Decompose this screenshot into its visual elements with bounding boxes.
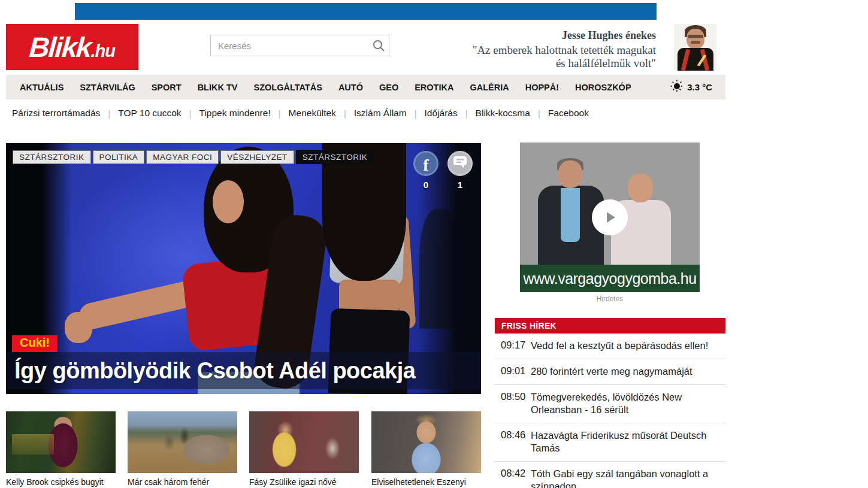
ad-url[interactable]: www.vargagyogygomba.hu [523, 270, 696, 287]
search-input[interactable] [211, 35, 368, 56]
article-title[interactable]: Fásy Zsülike igazi nővé változott [249, 477, 359, 488]
separator: | [465, 108, 468, 119]
hero-tags: SZTÁRSZTORIK POLITIKA MAGYAR FOCI VÉSZHE… [13, 150, 374, 164]
subnav-item-facebook[interactable]: Facebook [548, 108, 589, 119]
subnav-item-parizsi[interactable]: Párizsi terrortámadás [12, 108, 100, 119]
video-ad[interactable]: www.vargagyogygomba.hu [520, 143, 700, 292]
nav-item-horoszkop[interactable]: HOROSZKÓP [575, 83, 631, 92]
logo-suffix: .hu [90, 41, 115, 61]
article-thumbnail [371, 411, 481, 473]
weather-temp: 3.3 °C [687, 82, 712, 92]
sub-nav: Párizsi terrortámadás| TOP 10 cuccok| Ti… [12, 106, 671, 120]
news-item[interactable]: 09:17 Vedd fel a kesztyűt a bepárásodás … [495, 334, 725, 359]
subnav-item-idojaras[interactable]: Időjárás [425, 108, 458, 119]
hero-tag-sztarsztorik[interactable]: SZTÁRSZTORIK [13, 150, 91, 164]
play-button[interactable] [592, 199, 628, 235]
nav-item-geo[interactable]: GEO [379, 83, 398, 92]
separator: | [189, 108, 192, 119]
hero-tag-politika[interactable]: POLITIKA [93, 150, 145, 164]
news-time: 08:42 [501, 468, 531, 488]
nav-item-sport[interactable]: SPORT [152, 83, 182, 92]
play-icon [602, 210, 618, 225]
news-text[interactable]: Vedd fel a kesztyűt a bepárásodás ellen! [531, 340, 725, 352]
separator: | [344, 108, 346, 119]
subnav-item-menekultek[interactable]: Menekültek [289, 108, 336, 119]
news-text[interactable]: Hazavágta Friderikusz műsorát Deutsch Ta… [531, 429, 725, 454]
nav-item-galeria[interactable]: GALÉRIA [470, 83, 509, 92]
quote-line-2: és halálfélelmük volt" [383, 57, 656, 70]
ad-art [628, 174, 653, 202]
news-time: 08:50 [501, 391, 531, 416]
hero-tag-veszhelyzet[interactable]: VÉSZHELYZET [220, 150, 294, 164]
nav-item-sztarvilag[interactable]: SZTÁRVILÁG [80, 83, 135, 92]
page: Blikk.hu Jesse Hughes énekes "Az emberek… [0, 0, 868, 488]
hero-title-strip: Így gömbölyödik Csobot Adél pocakja [6, 352, 481, 389]
nav-item-szolgaltatas[interactable]: SZOLGÁLTATÁS [254, 83, 322, 92]
weather-widget[interactable]: 3.3 °C [670, 75, 712, 99]
hero-tag-sztarsztorik-active[interactable]: SZTÁRSZTORIK [296, 150, 374, 164]
article-card[interactable]: Elviselhetetlenek Eszenyi Enikő kirohaná… [371, 411, 481, 488]
top-ad-banner[interactable] [75, 3, 657, 20]
nav-item-hoppa[interactable]: HOPPÁ! [525, 83, 559, 92]
kicker-badge: Cuki! [12, 335, 58, 352]
article-title[interactable]: Már csak három fehér rinocérosz él a vil… [128, 477, 237, 488]
subnav-item-tippek[interactable]: Tippek mindenre! [199, 108, 271, 119]
article-card[interactable]: Fásy Zsülike igazi nővé változott [249, 411, 359, 488]
facebook-share-button[interactable]: f [413, 151, 438, 176]
blikk-logo[interactable]: Blikk.hu [6, 24, 138, 70]
hero-tag-magyar-foci[interactable]: MAGYAR FOCI [146, 150, 219, 164]
sun-icon [670, 80, 683, 95]
subnav-item-blikk-kocsma[interactable]: Blikk-kocsma [476, 108, 530, 119]
comment-icon [452, 155, 468, 172]
nav-item-auto[interactable]: AUTÓ [338, 83, 363, 92]
facebook-icon: f [423, 156, 428, 175]
news-item[interactable]: 08:50 Tömegverekedés, lövöldözés New Orl… [495, 385, 725, 423]
news-time: 09:17 [501, 340, 531, 352]
nav-item-aktualis[interactable]: AKTUÁLIS [20, 83, 63, 92]
news-time: 08:46 [501, 429, 531, 454]
comment-count: 1 [447, 180, 473, 190]
comments-button[interactable] [447, 151, 473, 176]
article-thumbnail [128, 411, 237, 473]
logo-text: Blikk [28, 31, 92, 63]
news-time: 09:01 [501, 365, 531, 378]
news-item[interactable]: 08:46 Hazavágta Friderikusz műsorát Deut… [495, 423, 725, 462]
quote-line-1: "Az emberek halottnak tetették magukat [383, 44, 656, 57]
separator: | [538, 108, 540, 119]
subnav-item-top10[interactable]: TOP 10 cuccok [118, 108, 181, 119]
facebook-share: f 0 [413, 151, 438, 190]
separator: | [108, 108, 110, 119]
share-widgets: f 0 1 [413, 151, 473, 190]
news-text[interactable]: Tömegverekedés, lövöldözés New Orleansba… [531, 391, 725, 416]
fresh-news-header: FRISS HÍREK [495, 318, 725, 334]
ad-art [558, 160, 582, 188]
ad-url-bar: www.vargagyogygomba.hu [520, 265, 700, 292]
ad-art [561, 188, 580, 242]
separator: | [415, 108, 417, 119]
quote-photo[interactable] [674, 24, 716, 71]
news-item[interactable]: 08:42 Tóth Gabi egy szál tangában vonagl… [495, 462, 725, 488]
hero-article[interactable]: SZTÁRSZTORIK POLITIKA MAGYAR FOCI VÉSZHE… [6, 143, 481, 394]
news-text[interactable]: 280 forintért verte meg nagymamáját [531, 365, 725, 378]
article-thumbnail [249, 411, 359, 473]
quote-author: Jesse Hughes énekes [383, 29, 656, 42]
news-text[interactable]: Tóth Gabi egy szál tangában vonaglott a … [531, 468, 725, 488]
hero-title[interactable]: Így gömbölyödik Csobot Adél pocakja [14, 358, 415, 384]
hero-art [213, 180, 244, 223]
nav-item-blikk-tv[interactable]: BLIKK TV [198, 83, 238, 92]
fresh-news-list: 09:17 Vedd fel a kesztyűt a bepárásodás … [495, 334, 725, 488]
ad-caption: Hirdetés [520, 295, 700, 303]
article-title[interactable]: Elviselhetetlenek Eszenyi Enikő kirohaná… [371, 477, 481, 488]
separator: | [279, 108, 281, 119]
article-card[interactable]: Kelly Brook csipkés bugyit villantott a … [6, 411, 116, 488]
nav-item-erotika[interactable]: EROTIKA [415, 83, 453, 92]
article-title[interactable]: Kelly Brook csipkés bugyit villantott a … [6, 477, 116, 488]
main-nav: AKTUÁLIS SZTÁRVILÁG SPORT BLIKK TV SZOLG… [6, 75, 725, 99]
photo-art [688, 35, 703, 38]
subnav-item-iszlam[interactable]: Iszlám Állam [354, 108, 407, 119]
featured-quote[interactable]: Jesse Hughes énekes "Az emberek halottna… [383, 29, 656, 70]
comments: 1 [447, 151, 473, 190]
news-item[interactable]: 09:01 280 forintért verte meg nagymamájá… [495, 359, 725, 385]
article-card[interactable]: Már csak három fehér rinocérosz él a vil… [128, 411, 237, 488]
search-box [210, 35, 389, 56]
